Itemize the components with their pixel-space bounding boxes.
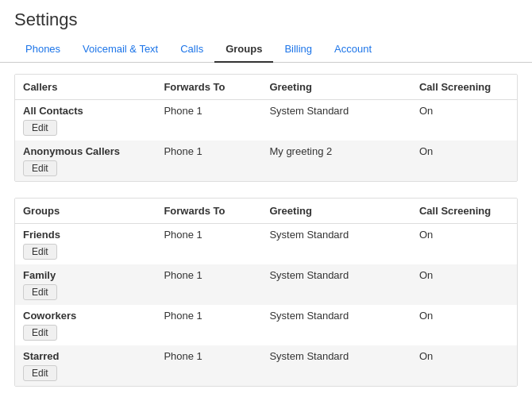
group-forwards: Phone 1 bbox=[156, 305, 261, 345]
group-edit-button[interactable]: Edit bbox=[23, 284, 57, 300]
group-name-cell: Friends Edit bbox=[15, 224, 156, 265]
tab-billing[interactable]: Billing bbox=[273, 37, 323, 63]
group-name-cell: Family Edit bbox=[15, 264, 156, 305]
tab-groups[interactable]: Groups bbox=[214, 37, 273, 63]
table-row: Starred Edit Phone 1 System Standard On bbox=[15, 345, 517, 386]
table-row: Anonymous Callers Edit Phone 1 My greeti… bbox=[15, 141, 517, 181]
page-title: Settings bbox=[0, 0, 532, 37]
tabs-bar: Phones Voicemail & Text Calls Groups Bil… bbox=[0, 37, 532, 63]
caller-edit-button[interactable]: Edit bbox=[23, 160, 57, 176]
col-header-callers: Callers bbox=[15, 75, 156, 100]
col-header-screening: Call Screening bbox=[411, 75, 517, 100]
table-row: All Contacts Edit Phone 1 System Standar… bbox=[15, 100, 517, 141]
group-name: Friends bbox=[23, 229, 148, 241]
tab-account[interactable]: Account bbox=[323, 37, 383, 63]
caller-forwards: Phone 1 bbox=[156, 100, 261, 141]
caller-name-cell: Anonymous Callers Edit bbox=[15, 141, 156, 181]
group-forwards: Phone 1 bbox=[156, 264, 261, 305]
table-row: Friends Edit Phone 1 System Standard On bbox=[15, 224, 517, 265]
col-header-groups-forwards: Forwards To bbox=[156, 198, 261, 224]
group-edit-button[interactable]: Edit bbox=[23, 325, 57, 341]
group-name: Starred bbox=[23, 350, 148, 362]
caller-name: All Contacts bbox=[23, 105, 148, 117]
callers-section: Callers Forwards To Greeting Call Screen… bbox=[14, 74, 518, 182]
tab-calls[interactable]: Calls bbox=[169, 37, 214, 63]
content-area: Callers Forwards To Greeting Call Screen… bbox=[0, 63, 532, 397]
group-edit-button[interactable]: Edit bbox=[23, 365, 57, 381]
group-screening: On bbox=[411, 345, 517, 386]
tab-phones[interactable]: Phones bbox=[14, 37, 71, 63]
callers-table: Callers Forwards To Greeting Call Screen… bbox=[15, 75, 517, 181]
callers-table-container: Callers Forwards To Greeting Call Screen… bbox=[14, 74, 518, 182]
group-forwards: Phone 1 bbox=[156, 224, 261, 265]
caller-greeting: My greeting 2 bbox=[261, 141, 411, 181]
caller-screening: On bbox=[411, 141, 517, 181]
col-header-groups-screening: Call Screening bbox=[411, 198, 517, 224]
col-header-groups: Groups bbox=[15, 198, 156, 224]
groups-table-container: Groups Forwards To Greeting Call Screeni… bbox=[14, 198, 518, 387]
table-row: Family Edit Phone 1 System Standard On bbox=[15, 264, 517, 305]
group-greeting: System Standard bbox=[261, 224, 411, 265]
group-greeting: System Standard bbox=[261, 305, 411, 345]
groups-table: Groups Forwards To Greeting Call Screeni… bbox=[15, 198, 517, 386]
group-edit-button[interactable]: Edit bbox=[23, 244, 57, 260]
group-forwards: Phone 1 bbox=[156, 345, 261, 386]
caller-greeting: System Standard bbox=[261, 100, 411, 141]
col-header-groups-greeting: Greeting bbox=[261, 198, 411, 224]
group-name-cell: Coworkers Edit bbox=[15, 305, 156, 345]
caller-name-cell: All Contacts Edit bbox=[15, 100, 156, 141]
group-greeting: System Standard bbox=[261, 345, 411, 386]
tab-voicemail[interactable]: Voicemail & Text bbox=[71, 37, 169, 63]
caller-edit-button[interactable]: Edit bbox=[23, 120, 57, 136]
group-name-cell: Starred Edit bbox=[15, 345, 156, 386]
table-row: Coworkers Edit Phone 1 System Standard O… bbox=[15, 305, 517, 345]
group-name: Coworkers bbox=[23, 310, 148, 322]
caller-name: Anonymous Callers bbox=[23, 145, 148, 157]
group-screening: On bbox=[411, 264, 517, 305]
caller-forwards: Phone 1 bbox=[156, 141, 261, 181]
col-header-forwards: Forwards To bbox=[156, 75, 261, 100]
group-greeting: System Standard bbox=[261, 264, 411, 305]
group-screening: On bbox=[411, 224, 517, 265]
group-name: Family bbox=[23, 269, 148, 281]
groups-section: Groups Forwards To Greeting Call Screeni… bbox=[14, 198, 518, 387]
caller-screening: On bbox=[411, 100, 517, 141]
group-screening: On bbox=[411, 305, 517, 345]
col-header-greeting: Greeting bbox=[261, 75, 411, 100]
